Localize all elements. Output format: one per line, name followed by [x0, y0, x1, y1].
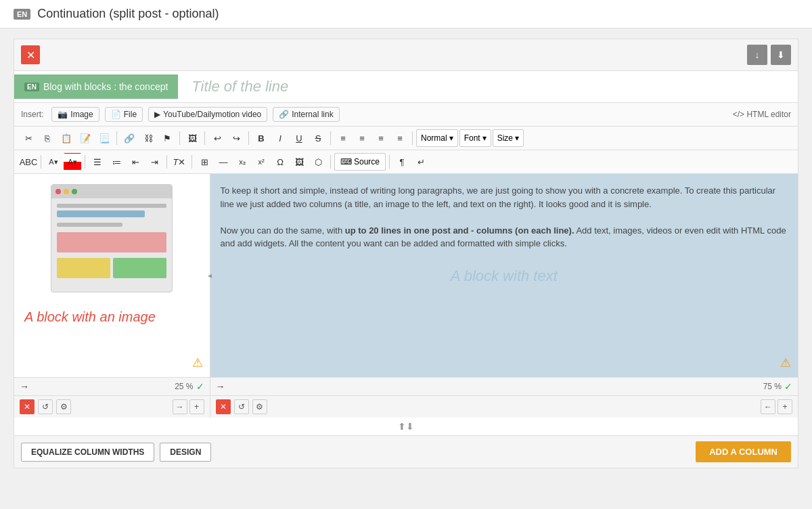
insert-image-button[interactable]: 📷 Image [51, 107, 99, 122]
separator-11 [330, 155, 331, 169]
source-label: Source [354, 157, 380, 167]
underline-button[interactable]: U [290, 129, 308, 147]
toolbar-row-2: ABC A▾ A▾ ☰ ≔ ⇤ ⇥ T✕ ⊞ — x₂ x² Ω 🖼 ⬡ ⌨ S… [14, 150, 798, 174]
design-button[interactable]: DESIGN [160, 443, 211, 462]
copy-button[interactable]: ⎘ [39, 129, 56, 147]
col-right-controls: → 75 % ✓ [210, 378, 798, 395]
text-prefix: Now you can do the same, with [221, 225, 345, 236]
align-right-button[interactable]: ≡ [372, 129, 390, 147]
mock-browser [51, 184, 173, 292]
format-dropdown[interactable]: Normal ▾ [416, 129, 458, 147]
hr-button[interactable]: — [215, 153, 232, 171]
subscript-button[interactable]: x₂ [233, 153, 251, 171]
decrease-indent-button[interactable]: ⇤ [127, 153, 144, 171]
table-button[interactable]: ⊞ [196, 153, 213, 171]
cut-button[interactable]: ✂ [20, 129, 37, 147]
col-left-delete-button[interactable]: ✕ [20, 399, 35, 414]
action-bar: EQUALIZE COLUMN WIDTHS DESIGN ADD A COLU… [14, 435, 798, 468]
mock-block-yellow [57, 258, 110, 278]
paste-from-word-button[interactable]: 📃 [95, 129, 113, 147]
right-arrow-icon: → [216, 381, 225, 392]
mock-blocks-2 [57, 258, 166, 278]
separator-8 [85, 155, 85, 169]
col-left-move-right-button[interactable]: → [173, 399, 187, 414]
font-dropdown[interactable]: Font ▾ [459, 129, 491, 147]
page-title: Continuation (split post - optional) [37, 7, 219, 21]
align-left-button[interactable]: ≡ [334, 129, 352, 147]
show-invisible-button[interactable]: ↵ [412, 153, 430, 171]
image-insert-button[interactable]: 🖼 [183, 129, 201, 147]
separator-7 [41, 155, 41, 169]
equalize-button[interactable]: EQUALIZE COLUMN WIDTHS [21, 443, 154, 462]
mock-block-pink [57, 232, 166, 252]
link-button[interactable]: 🔗 [120, 129, 138, 147]
mock-browser-bar [51, 185, 172, 198]
special-char-button[interactable]: Ω [271, 153, 289, 171]
add-column-button[interactable]: ADD A COLUMN [696, 441, 791, 462]
show-blocks-button[interactable]: ¶ [393, 153, 411, 171]
col-right-delete-button[interactable]: ✕ [216, 399, 231, 414]
html-editor-button[interactable]: </> HTML editor [733, 110, 791, 119]
download-button[interactable]: ⬇ [771, 45, 791, 65]
align-justify-button[interactable]: ≡ [391, 129, 409, 147]
numbered-list-button[interactable]: ≔ [108, 153, 125, 171]
link-icon: 🔗 [279, 110, 289, 119]
right-check-icon: ✓ [784, 381, 792, 392]
main-content: ✕ ↓ ⬇ EN Blog with blocks : the concept … [0, 28, 812, 479]
col-right-text[interactable]: To keep it short and simple, instead of … [210, 174, 798, 261]
strikethrough-button[interactable]: S [309, 129, 327, 147]
col-left-settings-button[interactable]: ⚙ [56, 399, 71, 414]
format-clear-button[interactable]: T✕ [171, 153, 188, 171]
separator-1 [116, 131, 117, 145]
col-left-action-controls: ✕ ↺ ⚙ → + [14, 396, 210, 418]
redo-button[interactable]: ↪ [227, 129, 245, 147]
spell-check-button[interactable]: ABC [20, 153, 37, 171]
image-area [14, 174, 210, 303]
separator-6 [412, 131, 413, 145]
col-right-undo-button[interactable]: ↺ [234, 399, 249, 414]
insert-bar: Insert: 📷 Image 📄 File ▶ YouTube/Dailymo… [14, 103, 798, 127]
bold-button[interactable]: B [252, 129, 270, 147]
media-button[interactable]: 🖼 [290, 153, 308, 171]
italic-button[interactable]: I [271, 129, 289, 147]
anchor-button[interactable]: ⚑ [158, 129, 176, 147]
align-center-button[interactable]: ≡ [353, 129, 371, 147]
bullet-list-button[interactable]: ☰ [89, 153, 106, 171]
source-button[interactable]: ⌨ Source [334, 153, 386, 171]
separator-3 [204, 131, 205, 145]
col-right-move-left-button[interactable]: ← [761, 399, 775, 414]
column-right: To keep it short and simple, instead of … [210, 174, 798, 377]
toolbar-row-1: ✂ ⎘ 📋 📝 📃 🔗 ⛓ ⚑ 🖼 ↩ ↪ B I U S ≡ ≡ ≡ ≡ [14, 127, 798, 150]
undo-button[interactable]: ↩ [208, 129, 226, 147]
unlink-button[interactable]: ⛓ [139, 129, 157, 147]
resize-handle[interactable]: ◂ [206, 269, 213, 282]
col-right-add-button[interactable]: + [777, 399, 792, 414]
superscript-button[interactable]: x² [252, 153, 270, 171]
font-label: Font [464, 133, 480, 143]
col-right-settings-button[interactable]: ⚙ [252, 399, 267, 414]
paste-text-button[interactable]: 📝 [76, 129, 94, 147]
bg-color-button[interactable]: A▾ [64, 153, 81, 171]
col-left-undo-button[interactable]: ↺ [38, 399, 53, 414]
insert-video-button[interactable]: ▶ YouTube/Dailymotion video [148, 107, 267, 122]
insert-file-button[interactable]: 📄 File [105, 107, 143, 122]
separator-5 [330, 131, 331, 145]
col-left-add-button[interactable]: + [189, 399, 204, 414]
font-color-button[interactable]: A▾ [45, 153, 62, 171]
delete-block-button[interactable]: ✕ [21, 45, 40, 64]
paste-button[interactable]: 📋 [58, 129, 75, 147]
top-right-controls: ↓ ⬇ [747, 45, 791, 65]
size-dropdown[interactable]: Size ▾ [493, 129, 524, 147]
insert-link-button[interactable]: 🔗 Internal link [273, 107, 339, 122]
column-left: ◂ A block with an image ⚠ [14, 174, 210, 377]
font-dropdown-arrow: ▾ [482, 133, 487, 143]
separator-9 [166, 155, 167, 169]
iframe-button[interactable]: ⬡ [309, 153, 327, 171]
insert-image-label: Image [70, 110, 93, 119]
camera-icon: 📷 [58, 110, 68, 119]
increase-indent-button[interactable]: ⇥ [145, 153, 163, 171]
warning-icon-left: ⚠ [192, 355, 203, 370]
left-width-value: 25 % [175, 382, 193, 391]
text-paragraph-2: Now you can do the same, with up to 20 l… [221, 224, 788, 250]
move-down-button[interactable]: ↓ [747, 45, 767, 65]
